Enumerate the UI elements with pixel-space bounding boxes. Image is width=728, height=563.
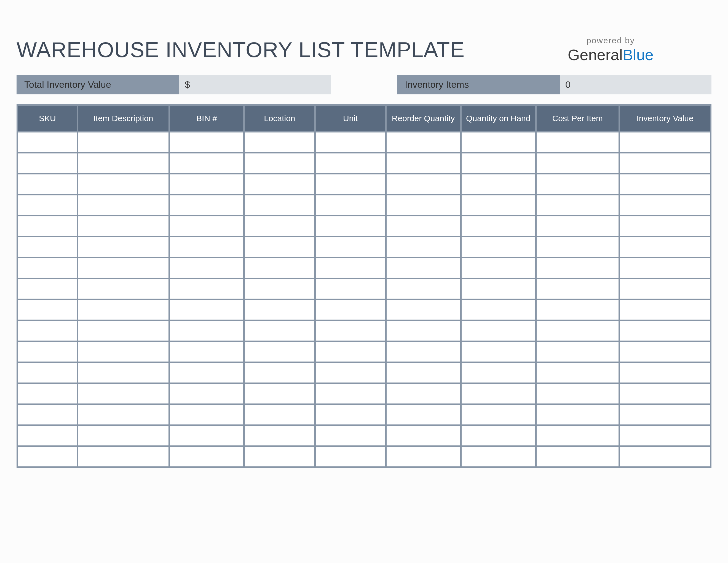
table-cell[interactable] xyxy=(316,258,385,277)
table-cell[interactable] xyxy=(316,174,385,194)
table-cell[interactable] xyxy=(245,321,314,341)
table-cell[interactable] xyxy=(387,258,460,277)
table-cell[interactable] xyxy=(620,258,710,277)
table-cell[interactable] xyxy=(462,195,535,215)
table-cell[interactable] xyxy=(537,132,619,152)
table-cell[interactable] xyxy=(537,405,619,425)
table-cell[interactable] xyxy=(620,447,710,466)
table-cell[interactable] xyxy=(387,279,460,299)
table-cell[interactable] xyxy=(620,237,710,257)
table-cell[interactable] xyxy=(170,363,243,383)
table-cell[interactable] xyxy=(316,405,385,425)
table-cell[interactable] xyxy=(316,447,385,466)
table-cell[interactable] xyxy=(316,195,385,215)
table-cell[interactable] xyxy=(170,447,243,466)
table-cell[interactable] xyxy=(18,300,77,320)
table-cell[interactable] xyxy=(462,258,535,277)
table-cell[interactable] xyxy=(537,300,619,320)
table-cell[interactable] xyxy=(537,174,619,194)
table-cell[interactable] xyxy=(245,132,314,152)
table-cell[interactable] xyxy=(620,426,710,446)
table-cell[interactable] xyxy=(78,153,168,173)
table-cell[interactable] xyxy=(170,237,243,257)
table-cell[interactable] xyxy=(18,279,77,299)
table-cell[interactable] xyxy=(537,153,619,173)
table-cell[interactable] xyxy=(620,321,710,341)
inventory-items-value[interactable]: 0 xyxy=(560,75,711,94)
table-cell[interactable] xyxy=(387,447,460,466)
table-cell[interactable] xyxy=(316,321,385,341)
table-cell[interactable] xyxy=(245,447,314,466)
table-cell[interactable] xyxy=(537,258,619,277)
table-cell[interactable] xyxy=(316,363,385,383)
table-cell[interactable] xyxy=(620,300,710,320)
table-cell[interactable] xyxy=(316,216,385,236)
table-cell[interactable] xyxy=(78,174,168,194)
table-cell[interactable] xyxy=(170,384,243,404)
table-cell[interactable] xyxy=(170,258,243,277)
table-cell[interactable] xyxy=(620,153,710,173)
table-cell[interactable] xyxy=(170,279,243,299)
table-cell[interactable] xyxy=(18,447,77,466)
table-cell[interactable] xyxy=(387,405,460,425)
table-cell[interactable] xyxy=(537,237,619,257)
table-cell[interactable] xyxy=(462,405,535,425)
table-cell[interactable] xyxy=(170,216,243,236)
table-cell[interactable] xyxy=(78,195,168,215)
table-cell[interactable] xyxy=(462,300,535,320)
table-cell[interactable] xyxy=(620,405,710,425)
table-cell[interactable] xyxy=(18,342,77,362)
table-cell[interactable] xyxy=(78,258,168,277)
table-cell[interactable] xyxy=(537,216,619,236)
table-cell[interactable] xyxy=(462,237,535,257)
table-cell[interactable] xyxy=(316,132,385,152)
table-cell[interactable] xyxy=(537,363,619,383)
table-cell[interactable] xyxy=(170,321,243,341)
table-cell[interactable] xyxy=(462,132,535,152)
table-cell[interactable] xyxy=(620,279,710,299)
table-cell[interactable] xyxy=(316,153,385,173)
table-cell[interactable] xyxy=(462,279,535,299)
table-cell[interactable] xyxy=(245,237,314,257)
table-cell[interactable] xyxy=(18,426,77,446)
table-cell[interactable] xyxy=(245,405,314,425)
table-cell[interactable] xyxy=(245,153,314,173)
table-cell[interactable] xyxy=(316,300,385,320)
table-cell[interactable] xyxy=(387,153,460,173)
table-cell[interactable] xyxy=(245,426,314,446)
table-cell[interactable] xyxy=(537,447,619,466)
table-cell[interactable] xyxy=(316,426,385,446)
table-cell[interactable] xyxy=(18,363,77,383)
table-cell[interactable] xyxy=(387,342,460,362)
table-cell[interactable] xyxy=(170,300,243,320)
table-cell[interactable] xyxy=(620,174,710,194)
table-cell[interactable] xyxy=(387,426,460,446)
table-cell[interactable] xyxy=(537,279,619,299)
table-cell[interactable] xyxy=(170,174,243,194)
table-cell[interactable] xyxy=(18,153,77,173)
table-cell[interactable] xyxy=(78,132,168,152)
table-cell[interactable] xyxy=(620,342,710,362)
table-cell[interactable] xyxy=(537,342,619,362)
table-cell[interactable] xyxy=(170,426,243,446)
table-cell[interactable] xyxy=(537,321,619,341)
table-cell[interactable] xyxy=(620,384,710,404)
table-cell[interactable] xyxy=(245,342,314,362)
table-cell[interactable] xyxy=(18,321,77,341)
table-cell[interactable] xyxy=(18,258,77,277)
table-cell[interactable] xyxy=(462,447,535,466)
table-cell[interactable] xyxy=(387,384,460,404)
table-cell[interactable] xyxy=(78,300,168,320)
table-cell[interactable] xyxy=(387,174,460,194)
table-cell[interactable] xyxy=(620,216,710,236)
table-cell[interactable] xyxy=(387,237,460,257)
table-cell[interactable] xyxy=(462,384,535,404)
table-cell[interactable] xyxy=(462,426,535,446)
table-cell[interactable] xyxy=(18,195,77,215)
table-cell[interactable] xyxy=(620,363,710,383)
table-cell[interactable] xyxy=(620,195,710,215)
table-cell[interactable] xyxy=(245,300,314,320)
table-cell[interactable] xyxy=(78,237,168,257)
table-cell[interactable] xyxy=(170,342,243,362)
table-cell[interactable] xyxy=(170,153,243,173)
